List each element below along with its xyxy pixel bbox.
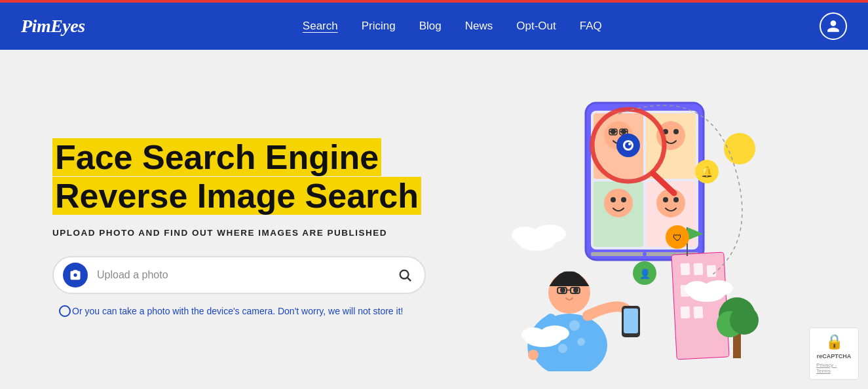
- hero-content: Face Search Engine Reverse Image Search …: [52, 138, 434, 316]
- svg-point-0: [400, 270, 409, 278]
- svg-point-21: [673, 197, 679, 202]
- recaptcha-logo: 🔒: [825, 333, 843, 350]
- nav-links: Search Pricing Blog News Opt-Out FAQ: [303, 20, 602, 33]
- recaptcha-badge: 🔒 reCAPTCHA Privacy - Terms: [809, 327, 859, 380]
- hero-title: Face Search Engine Reverse Image Search: [52, 138, 434, 214]
- recaptcha-subtext[interactable]: Privacy - Terms: [816, 362, 852, 374]
- svg-rect-45: [680, 263, 690, 276]
- nav-item-news[interactable]: News: [465, 20, 493, 33]
- person-icon: [826, 19, 840, 33]
- search-placeholder-text[interactable]: Upload a photo: [97, 269, 394, 281]
- svg-point-68: [521, 327, 545, 342]
- search-box[interactable]: Upload a photo: [52, 256, 426, 294]
- svg-point-65: [685, 281, 709, 297]
- svg-point-38: [569, 320, 580, 331]
- svg-point-32: [560, 287, 565, 293]
- svg-rect-42: [624, 308, 638, 333]
- svg-point-17: [621, 197, 626, 202]
- svg-point-40: [558, 344, 567, 353]
- nav-item-search[interactable]: Search: [303, 20, 338, 33]
- nav-item-pricing[interactable]: Pricing: [362, 20, 396, 33]
- logo[interactable]: PimEyes: [21, 16, 85, 37]
- camera-hint-text: Or you can take a photo with the device'…: [59, 306, 434, 316]
- svg-rect-46: [693, 263, 703, 276]
- svg-text:👤: 👤: [639, 269, 651, 280]
- svg-point-58: [730, 306, 759, 335]
- svg-point-62: [512, 227, 538, 244]
- nav-item-blog[interactable]: Blog: [419, 20, 442, 33]
- nav-item-faq[interactable]: FAQ: [580, 20, 602, 33]
- svg-point-29: [628, 143, 631, 145]
- search-submit-button[interactable]: [394, 265, 415, 286]
- magnifier-icon: [398, 268, 412, 282]
- svg-rect-47: [706, 265, 716, 278]
- svg-point-61: [533, 225, 566, 243]
- svg-line-1: [407, 278, 411, 281]
- svg-text:🛡: 🛡: [673, 232, 682, 243]
- hero-illustration-svg: 🔔 🛡 👤: [484, 83, 766, 371]
- svg-point-15: [604, 189, 633, 217]
- camera-upload-button[interactable]: [63, 263, 88, 287]
- svg-point-23: [643, 252, 647, 256]
- avatar[interactable]: [820, 12, 847, 40]
- svg-point-43: [528, 350, 538, 360]
- svg-point-33: [573, 287, 578, 293]
- svg-rect-51: [680, 306, 690, 319]
- recaptcha-label: reCAPTCHA: [817, 353, 852, 360]
- svg-point-28: [625, 142, 632, 149]
- svg-point-16: [611, 197, 616, 202]
- svg-text:🔔: 🔔: [700, 166, 713, 178]
- hero-subtitle: UPLOAD PHOTO AND FIND OUT WHERE IMAGES A…: [52, 228, 434, 238]
- svg-point-59: [724, 133, 755, 164]
- svg-point-13: [673, 129, 679, 134]
- nav-item-optout[interactable]: Opt-Out: [516, 20, 556, 33]
- hero-section: Face Search Engine Reverse Image Search …: [0, 50, 868, 389]
- svg-rect-52: [693, 306, 703, 319]
- camera-icon: [69, 269, 81, 281]
- hero-illustration: 🔔 🛡 👤: [434, 83, 816, 371]
- svg-point-20: [663, 197, 668, 202]
- svg-point-39: [577, 338, 585, 346]
- navbar: PimEyes Search Pricing Blog News Opt-Out…: [0, 3, 868, 50]
